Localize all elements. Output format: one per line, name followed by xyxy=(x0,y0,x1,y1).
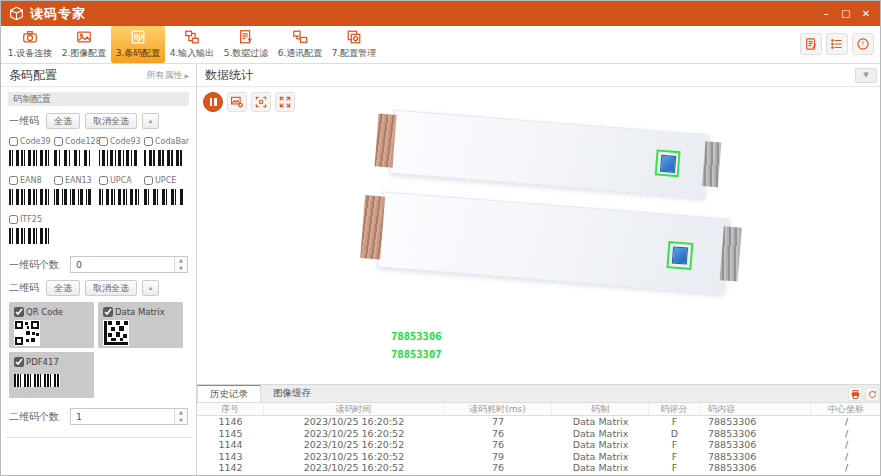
table-cell-content: 78853306 xyxy=(700,439,811,451)
nav-tab-image-config[interactable]: 2.图像配置 xyxy=(57,26,111,63)
report-button[interactable] xyxy=(800,33,822,55)
barcode-preview xyxy=(144,189,184,205)
table-row[interactable]: 1145 2023/10/25 16:20:52 76 Data Matrix … xyxy=(197,428,881,440)
select-all-1d-button[interactable]: 全选 xyxy=(46,113,80,129)
nav-tab-config-manage[interactable]: 7.配置管理 xyxy=(327,26,381,63)
table-cell-center: / xyxy=(811,439,881,451)
table-cell-time: 2023/10/25 16:20:52 xyxy=(264,416,444,428)
barcode-preview xyxy=(54,189,94,205)
nav-tab-input-output[interactable]: 4.输入输出 xyxy=(165,26,219,63)
barcode-preview xyxy=(9,150,49,166)
fullscreen-button[interactable] xyxy=(275,92,295,112)
nav-tab-data-filter[interactable]: 5.数据过滤 xyxy=(219,26,273,63)
table-row[interactable]: 1142 2023/10/25 16:20:52 76 Data Matrix … xyxy=(197,462,881,474)
svg-text:?: ? xyxy=(861,40,864,47)
table-cell-center: / xyxy=(811,462,881,474)
collapse-1d-button[interactable]: ▲ xyxy=(142,113,159,129)
barcode-preview xyxy=(9,228,49,244)
table-cell-index: 1143 xyxy=(197,451,264,463)
table-cell-index: 1144 xyxy=(197,439,264,451)
barcode-preview xyxy=(99,189,139,205)
table-cell-content: 78853306 xyxy=(700,416,811,428)
barcode-config-icon xyxy=(130,29,146,45)
list-button[interactable] xyxy=(826,33,848,55)
barcode-checkbox[interactable] xyxy=(144,176,153,185)
barcode-checkbox[interactable] xyxy=(144,137,153,146)
pdf417-tile: PDF417 xyxy=(9,352,94,398)
barcode-label: PDF417 xyxy=(26,357,59,367)
barcode-label: UPCA xyxy=(110,176,132,185)
stats-panel-title: 数据统计 xyxy=(205,67,253,84)
tab-image-cache[interactable]: 图像缓存 xyxy=(261,385,323,402)
report-icon xyxy=(804,37,818,51)
table-cell-center: / xyxy=(811,416,881,428)
column-header: 读码耗时(ms) xyxy=(444,403,552,415)
barcode-checkbox[interactable] xyxy=(9,176,18,185)
table-cell-content: 78853306 xyxy=(700,462,811,474)
maximize-button[interactable]: □ xyxy=(836,5,856,23)
spin-up-button[interactable]: ▲ xyxy=(175,409,187,417)
table-row[interactable]: 1144 2023/10/25 16:20:52 76 Data Matrix … xyxy=(197,439,881,451)
spin-up-button[interactable]: ▲ xyxy=(175,257,187,265)
data-matrix-preview xyxy=(103,320,129,346)
product-slab-top xyxy=(389,110,709,199)
table-cell-index: 1146 xyxy=(197,416,264,428)
barcode-1d-item: Code128 xyxy=(54,135,96,168)
table-cell-time: 2023/10/25 16:20:52 xyxy=(264,439,444,451)
all-properties-link[interactable]: 所有属性 ▶ xyxy=(146,69,189,82)
spin-down-button[interactable]: ▼ xyxy=(175,265,187,273)
tab-history[interactable]: 历史记录 xyxy=(197,385,261,402)
refresh-button[interactable] xyxy=(865,387,879,401)
table-row[interactable]: 1146 2023/10/25 16:20:52 77 Data Matrix … xyxy=(197,416,881,428)
barcode-checkbox[interactable] xyxy=(54,176,63,185)
barcode-label: QR Code xyxy=(26,307,63,317)
detection-results: 78853306 78853307 xyxy=(391,330,442,366)
barcode-label: CodaBar xyxy=(155,137,189,146)
close-button[interactable]: ✕ xyxy=(856,5,876,23)
gray-tape xyxy=(720,227,742,282)
window-title: 读码专家 xyxy=(30,5,86,23)
select-all-2d-button[interactable]: 全选 xyxy=(46,280,80,296)
barcode-1d-item: UPCE xyxy=(144,174,186,207)
nav-tab-device-connection[interactable]: 1.设备连接 xyxy=(3,26,57,63)
history-tabbar: 历史记录 图像缓存 xyxy=(197,385,881,403)
product-slab-bottom xyxy=(377,191,730,294)
barcode-checkbox[interactable] xyxy=(14,307,24,317)
barcode-1d-item: CodaBar xyxy=(144,135,186,168)
deselect-all-1d-button[interactable]: 取消全选 xyxy=(85,113,137,129)
section-header-code-system: 码制配置 xyxy=(8,92,189,106)
barcode-checkbox[interactable] xyxy=(14,357,24,367)
deselect-all-2d-button[interactable]: 取消全选 xyxy=(85,280,137,296)
help-button[interactable]: ? xyxy=(852,33,874,55)
count-2d-input[interactable]: 1 ▲ ▼ xyxy=(70,408,188,425)
minimize-button[interactable]: – xyxy=(816,5,836,23)
nav-tab-comm-config[interactable]: 6.通讯配置 xyxy=(273,26,327,63)
history-table-body: 1146 2023/10/25 16:20:52 77 Data Matrix … xyxy=(197,416,881,476)
collapse-2d-button[interactable]: ▲ xyxy=(142,280,159,296)
export-button[interactable] xyxy=(848,387,862,401)
fit-view-icon xyxy=(254,95,268,109)
table-cell-center: / xyxy=(811,451,881,463)
fit-view-button[interactable] xyxy=(251,92,271,112)
barcode-checkbox[interactable] xyxy=(9,215,18,224)
spin-down-button[interactable]: ▼ xyxy=(175,417,187,425)
barcode-preview xyxy=(9,189,49,205)
pause-button[interactable] xyxy=(203,92,223,112)
barcode-checkbox[interactable] xyxy=(99,137,108,146)
table-row[interactable]: 1143 2023/10/25 16:20:52 79 Data Matrix … xyxy=(197,451,881,463)
history-table-header: 序号 读码时间 读码耗时(ms) 码制 码评分 码内容 中心坐标 xyxy=(197,403,881,416)
copper-tape xyxy=(360,195,385,259)
barcode-checkbox[interactable] xyxy=(54,137,63,146)
panel-dropdown-button[interactable]: ▼ xyxy=(855,68,877,83)
barcode-checkbox[interactable] xyxy=(99,176,108,185)
barcode-checkbox[interactable] xyxy=(103,307,113,317)
save-image-button[interactable] xyxy=(227,92,247,112)
camera-icon xyxy=(22,29,38,45)
barcode-checkbox[interactable] xyxy=(9,137,18,146)
table-cell-codetype: Data Matrix xyxy=(552,416,649,428)
barcode-label: UPCE xyxy=(155,176,176,185)
nav-tab-barcode-config[interactable]: 3.条码配置 xyxy=(111,26,165,63)
count-1d-input[interactable]: 0 ▲ ▼ xyxy=(70,256,188,273)
table-cell-duration: 76 xyxy=(444,462,552,474)
nav-tab-label: 6.通讯配置 xyxy=(278,47,323,60)
